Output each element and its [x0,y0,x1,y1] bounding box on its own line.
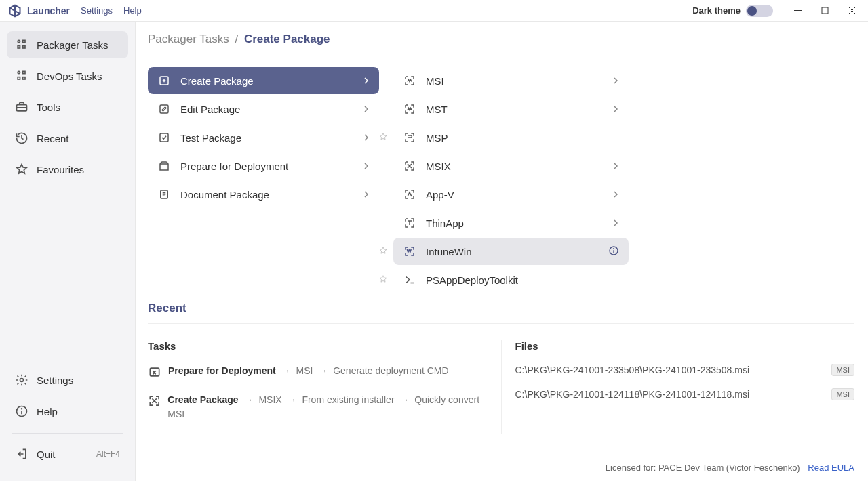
chevron-right-icon [363,189,370,200]
chevron-right-icon [363,132,370,143]
chevron-right-icon [612,217,619,228]
sidebar-item-favourites[interactable]: Favourites [7,156,128,183]
license-text: Licensed for: PACE Dev Team (Victor Fesc… [606,463,800,473]
task-label: Create Package [180,75,254,87]
task-label: Test Package [180,132,241,144]
thinapp-icon [403,216,416,230]
svg-point-29 [614,248,614,249]
breadcrumb-root[interactable]: Packager Tasks [148,33,229,45]
sidebar-item-label: Favourites [37,164,84,175]
task-document-package[interactable]: Document Package [148,181,379,208]
read-eula-link[interactable]: Read EULA [808,463,854,473]
svg-point-4 [18,40,20,42]
svg-rect-1 [822,7,828,14]
sidebar-item-recent[interactable]: Recent [7,125,128,152]
task-edit-package[interactable]: Edit Package [148,96,379,123]
sidebar-item-tools[interactable]: Tools [7,93,128,121]
sidebar-item-devops-tasks[interactable]: DevOps Tasks [7,62,128,89]
maximize-button[interactable] [811,1,838,20]
recent-task-row[interactable]: Create Package → MSIX → From existing in… [148,393,488,421]
quit-icon [15,447,28,461]
intunewin-icon [403,245,416,258]
edit-icon [157,102,171,116]
file-type-badge: MSI [831,364,854,376]
quit-shortcut: Alt+F4 [96,449,120,459]
task-appv[interactable]: App-V [393,181,629,208]
star-icon[interactable] [378,246,388,257]
create-package-icon [157,74,171,87]
deploy-icon [157,159,171,173]
recent-task-row[interactable]: Prepare for Deployment → MSI → Generate … [148,364,488,381]
recent-task-main: Create Package [167,394,238,405]
task-prepare-deployment[interactable]: Prepare for Deployment [148,152,379,180]
sidebar-item-label: Quit [37,448,56,460]
recent-file-row[interactable]: C:\PKG\PKG-241001-233508\PKG-241001-2335… [515,364,855,376]
recent-task-main: Prepare for Deployment [168,365,276,376]
file-path: C:\PKG\PKG-241001-124118\PKG-241001-1241… [515,389,750,400]
star-icon[interactable] [378,132,388,144]
task-msix[interactable]: MSIX [393,152,629,180]
star-icon[interactable] [378,274,388,286]
task-label: Edit Package [180,104,240,115]
msix-icon [148,394,161,409]
task-label: MSI [426,75,444,87]
recent-task-step: Generate deployment CMD [333,365,448,376]
test-icon [157,131,171,144]
task-mst[interactable]: MST [393,96,629,123]
msp-icon [403,131,416,144]
recent-task-step: MSI [296,365,313,376]
task-psappdeploytoolkit[interactable]: PSAppDeployToolkit [393,266,629,293]
star-icon [15,163,28,176]
sidebar-item-label: Tools [37,102,60,113]
task-thinapp[interactable]: ThinApp [393,209,629,236]
toolbox-icon [15,100,28,114]
chevron-right-icon [612,75,619,86]
gear-icon [15,373,28,387]
close-button[interactable] [838,1,865,20]
recent-files-column: Files C:\PKG\PKG-241001-233508\PKG-24100… [502,340,855,434]
task-create-package[interactable]: Create Package [148,67,379,94]
task-label: IntuneWin [426,246,472,257]
devops-icon [15,69,28,83]
appv-icon [403,188,416,201]
task-label: App-V [426,189,454,201]
app-logo-icon [8,4,22,18]
svg-rect-7 [23,46,25,48]
sidebar-item-packager-tasks[interactable]: Packager Tasks [7,31,128,58]
recent-task-step: From existing installer [302,394,394,405]
task-msp[interactable]: MSP [393,124,629,151]
svg-point-17 [22,409,22,409]
recent-files-header: Files [515,340,855,352]
ps-icon [403,273,416,287]
file-path: C:\PKG\PKG-241001-233508\PKG-241001-2335… [515,364,750,375]
recent-tasks-header: Tasks [148,340,488,352]
recent-file-row[interactable]: C:\PKG\PKG-241001-124118\PKG-241001-1241… [515,388,855,400]
menu-help[interactable]: Help [123,5,142,16]
task-label: ThinApp [426,217,464,229]
svg-rect-21 [160,105,168,113]
dark-theme-toggle[interactable] [746,5,773,17]
info-icon[interactable] [608,245,619,258]
svg-rect-5 [23,40,25,42]
chevron-right-icon [363,75,370,86]
breadcrumb-current: Create Package [244,33,330,45]
dark-theme-label: Dark theme [692,5,741,16]
svg-point-14 [20,379,24,382]
task-label: MSIX [426,161,451,172]
msix-icon [403,159,416,173]
task-msi[interactable]: MSI [393,67,629,94]
task-test-package[interactable]: Test Package [148,124,379,151]
chevron-right-icon [612,189,619,200]
deploy-icon [148,365,161,381]
sidebar-item-help[interactable]: Help [7,398,128,425]
svg-rect-10 [18,77,20,79]
task-intunewin[interactable]: IntuneWin [393,238,629,265]
menu-settings[interactable]: Settings [81,5,113,16]
app-name: Launcher [27,5,70,16]
minimize-button[interactable] [784,1,811,20]
task-label: MST [426,104,448,115]
sidebar-item-quit[interactable]: Quit Alt+F4 [7,440,128,467]
sidebar-item-settings[interactable]: Settings [7,367,128,394]
task-label: PSAppDeployToolkit [426,274,518,286]
main-content: Packager Tasks / Create Package Create P… [136,22,868,481]
